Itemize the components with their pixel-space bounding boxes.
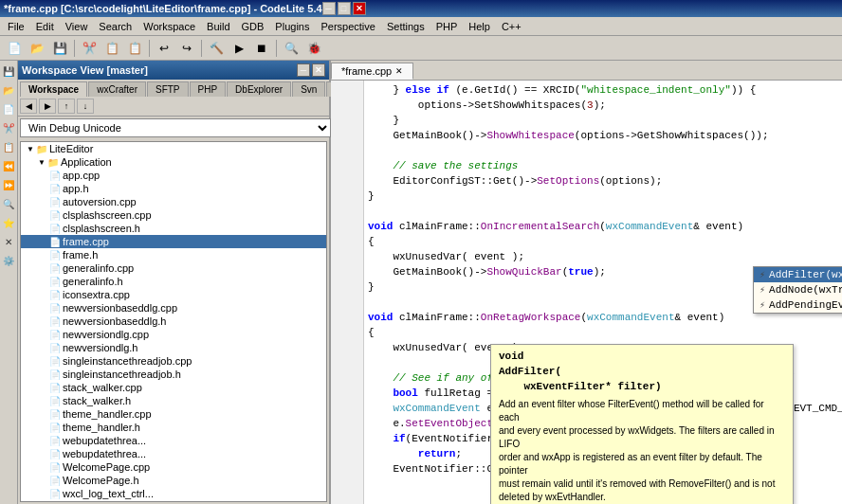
line-number-18: [335, 340, 359, 355]
tree-node-8[interactable]: 📄frame.h: [21, 248, 326, 261]
ws-tab-workspace[interactable]: Workspace: [20, 81, 87, 97]
menu-item-perspective[interactable]: Perspective: [315, 19, 380, 34]
line-number-19: [335, 355, 359, 370]
tree-node-22[interactable]: 📄webupdatethrea...: [21, 434, 326, 447]
tree-node-23[interactable]: 📄webupdatethrea...: [21, 447, 326, 460]
ws-tab-wxcrafter[interactable]: wxCrafter: [88, 81, 146, 97]
ws-expand-btn[interactable]: ▶: [39, 99, 56, 114]
tree-node-13[interactable]: 📄newversionbaseddlg.h: [21, 315, 326, 328]
tooltip-popup: voidAddFilter( wxEventFilter* filter) Ad…: [490, 344, 794, 504]
ws-collapse-btn[interactable]: ◀: [20, 99, 37, 114]
project-dropdown[interactable]: Win Debug Unicode: [20, 118, 331, 137]
ac-item-1[interactable]: ⚡AddNode(wxTrackerNode *prn): [754, 282, 842, 297]
tree-icon-8: 📄: [49, 250, 61, 261]
menu-item-build[interactable]: Build: [201, 19, 235, 34]
search-button[interactable]: 🔍: [281, 38, 302, 59]
menu-item-help[interactable]: Help: [463, 19, 496, 34]
menu-item-c++[interactable]: C++: [496, 19, 527, 34]
cut-button[interactable]: ✂️: [79, 38, 100, 59]
menu-item-plugins[interactable]: Plugins: [269, 19, 315, 34]
tree-node-5[interactable]: 📄clsplashscreen.cpp: [21, 208, 326, 222]
ws-tab-sftp[interactable]: SFTP: [147, 81, 189, 97]
tree-node-18[interactable]: 📄stack_walker.cpp: [21, 381, 326, 394]
left-icon-5[interactable]: 📋: [0, 138, 17, 155]
ws-close-btn[interactable]: ✕: [312, 63, 325, 77]
left-icon-10[interactable]: ✕: [0, 233, 17, 250]
left-icon-1[interactable]: 💾: [0, 63, 17, 80]
stop-button[interactable]: ⏹: [251, 38, 272, 59]
line-number-23: [335, 416, 359, 431]
ac-item-0[interactable]: ⚡AddFilter(wxEventFilter* filter): [754, 267, 842, 282]
tree-node-14[interactable]: 📄newversiondlg.cpp: [21, 328, 326, 341]
left-icon-6[interactable]: ⏪: [0, 157, 17, 174]
tree-node-16[interactable]: 📄singleinstancethreadjob.cpp: [21, 354, 326, 368]
menu-item-file[interactable]: File: [2, 19, 30, 34]
debug-button[interactable]: 🐞: [303, 38, 324, 59]
tree-node-1[interactable]: ▼📁Application: [21, 155, 326, 169]
tree-node-20[interactable]: 📄theme_handler.cpp: [21, 407, 326, 421]
tree-label-13: newversionbaseddlg.h: [63, 315, 166, 327]
tree-node-19[interactable]: 📄stack_walker.h: [21, 394, 326, 407]
redo-button[interactable]: ↪: [176, 38, 197, 59]
file-tree[interactable]: ▼📁LiteEditor▼📁Application📄app.cpp📄app.h📄…: [20, 141, 327, 502]
tree-label-23: webupdatethrea...: [63, 448, 146, 459]
new-file-button[interactable]: 📄: [4, 38, 25, 59]
code-line-3: }: [368, 113, 842, 128]
tree-node-4[interactable]: 📄autoversion.cpp: [21, 195, 326, 208]
left-icon-3[interactable]: 📄: [0, 100, 17, 117]
ac-icon-2: ⚡: [760, 299, 765, 311]
line-number-27: [335, 477, 359, 492]
menu-item-search[interactable]: Search: [93, 19, 137, 34]
save-button[interactable]: 💾: [49, 38, 70, 59]
left-icon-11[interactable]: ⚙️: [0, 252, 17, 269]
tree-node-26[interactable]: 📄wxcl_log_text_ctrl...: [21, 487, 326, 500]
tree-node-0[interactable]: ▼📁LiteEditor: [21, 142, 326, 155]
tree-node-7[interactable]: 📄frame.cpp: [21, 235, 326, 248]
copy-button[interactable]: 📋: [101, 38, 122, 59]
tree-node-17[interactable]: 📄singleinstancethreadjob.h: [21, 368, 326, 381]
editor-tab-frame-cpp[interactable]: *frame.cpp ✕: [331, 63, 413, 80]
left-icon-4[interactable]: ✂️: [0, 119, 17, 136]
ws-down-btn[interactable]: ↓: [77, 99, 94, 114]
tree-node-27[interactable]: 📄wxcl_log_text_ctrl.h: [21, 500, 326, 502]
menu-item-settings[interactable]: Settings: [381, 19, 430, 34]
tree-node-11[interactable]: 📄iconsextra.cpp: [21, 288, 326, 301]
tree-node-10[interactable]: 📄generalinfo.h: [21, 275, 326, 288]
close-button[interactable]: ✕: [353, 2, 366, 15]
menu-item-edit[interactable]: Edit: [30, 19, 60, 34]
tab-close-icon[interactable]: ✕: [395, 66, 403, 76]
open-file-button[interactable]: 📂: [27, 38, 47, 59]
tree-node-6[interactable]: 📄clsplashscreen.h: [21, 222, 326, 235]
left-icon-8[interactable]: 🔍: [0, 195, 17, 212]
ws-tab-dbexplorer[interactable]: DbExplorer: [227, 81, 291, 97]
tree-node-21[interactable]: 📄theme_handler.h: [21, 421, 326, 434]
workspace-header-text: Workspace View [master]: [22, 64, 148, 76]
run-button[interactable]: ▶: [229, 38, 249, 59]
maximize-button[interactable]: □: [338, 2, 351, 15]
tree-node-15[interactable]: 📄newversiondlg.h: [21, 341, 326, 354]
ws-tab-svn[interactable]: Svn: [292, 81, 325, 97]
menu-item-workspace[interactable]: Workspace: [137, 19, 201, 34]
ws-up-btn[interactable]: ↑: [58, 99, 75, 114]
autocomplete-popup[interactable]: ⚡AddFilter(wxEventFilter* filter)⚡AddNod…: [753, 266, 842, 314]
left-icon-9[interactable]: ⭐: [0, 214, 17, 231]
tree-node-24[interactable]: 📄WelcomePage.cpp: [21, 460, 326, 474]
tree-node-25[interactable]: 📄WelcomePage.h: [21, 474, 326, 487]
left-icon-2[interactable]: 📂: [0, 81, 17, 99]
tree-node-3[interactable]: 📄app.h: [21, 182, 326, 195]
ws-tab-php[interactable]: PHP: [190, 81, 227, 97]
minimize-button[interactable]: ─: [322, 2, 336, 15]
ws-minimize-btn[interactable]: ─: [297, 63, 310, 77]
undo-button[interactable]: ↩: [154, 38, 174, 59]
tree-node-12[interactable]: 📄newversionbaseddlg.cpp: [21, 301, 326, 315]
tree-node-2[interactable]: 📄app.cpp: [21, 169, 326, 182]
paste-button[interactable]: 📋: [124, 38, 145, 59]
ac-item-2[interactable]: ⚡AddPendingEvent(const wxEvent& event): [754, 297, 842, 313]
menu-item-view[interactable]: View: [60, 19, 94, 34]
tree-node-9[interactable]: 📄generalinfo.cpp: [21, 261, 326, 275]
build-button[interactable]: 🔨: [206, 38, 227, 59]
menu-item-gdb[interactable]: GDB: [236, 19, 270, 34]
menu-item-php[interactable]: PHP: [430, 19, 464, 34]
left-icon-7[interactable]: ⏩: [0, 176, 17, 193]
line-number-1: [335, 82, 359, 98]
